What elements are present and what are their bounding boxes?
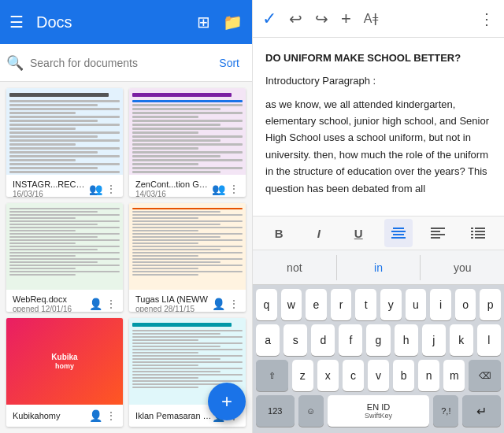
doc-card-instagram[interactable]: INSTAGR...RECORD 16/03/16 👥 ⋮ <box>6 88 123 197</box>
more-icon[interactable]: ⋮ <box>106 183 117 195</box>
add-icon[interactable]: + <box>341 9 351 29</box>
doc-date: 16/03/16 <box>13 190 89 197</box>
key-g[interactable]: g <box>366 324 390 356</box>
svg-rect-10 <box>471 231 473 232</box>
more-options-icon[interactable]: ⋮ <box>479 9 495 28</box>
return-key[interactable]: ↵ <box>462 395 501 427</box>
key-u[interactable]: u <box>406 289 427 320</box>
svg-rect-6 <box>431 234 445 235</box>
doc-info-zen: ZenCont...tion Guide 14/03/16 👥 ⋮ <box>129 175 246 197</box>
key-p[interactable]: p <box>480 289 501 320</box>
space-key[interactable]: EN ID SwiftKey <box>328 395 429 427</box>
key-z[interactable]: z <box>292 360 313 391</box>
svg-rect-1 <box>391 231 406 232</box>
emoji-key[interactable]: ☺ <box>298 395 324 427</box>
doc-card-webreq[interactable]: WebReq.docx opened 12/01/16 👤 ⋮ <box>6 203 123 312</box>
doc-info-webreq: WebReq.docx opened 12/01/16 👤 ⋮ <box>6 290 123 312</box>
shared-icon: 👥 <box>89 183 102 195</box>
format-toolbar: B I U <box>253 216 504 250</box>
sort-button[interactable]: Sort <box>213 54 246 72</box>
key-e[interactable]: e <box>306 289 327 320</box>
doc-card-tugas[interactable]: Tugas LIA (NEWW opened 28/11/15 👤 ⋮ <box>129 203 246 312</box>
redo-icon[interactable]: ↪ <box>315 9 328 28</box>
svg-rect-7 <box>431 237 440 239</box>
key-o[interactable]: o <box>455 289 476 320</box>
suggest-not[interactable]: not <box>253 255 337 280</box>
keyboard-row-2: a s d f g h j k l <box>253 320 504 356</box>
hamburger-icon[interactable]: ☰ <box>9 13 24 31</box>
doc-meta: 👤 ⋮ <box>212 298 239 310</box>
punctuation-key[interactable]: ?,! <box>433 395 458 427</box>
doc-card-kubika[interactable]: Kubika homy Kubikahomy 👤 ⋮ <box>6 318 123 427</box>
key-n[interactable]: n <box>418 360 439 391</box>
key-c[interactable]: c <box>343 360 364 391</box>
search-input[interactable] <box>30 57 206 69</box>
numbers-key[interactable]: 123 <box>256 395 295 427</box>
key-x[interactable]: x <box>317 360 339 391</box>
more-icon[interactable]: ⋮ <box>228 183 239 195</box>
doc-card-zen[interactable]: ZenCont...tion Guide 14/03/16 👥 ⋮ <box>129 88 246 197</box>
key-f[interactable]: f <box>339 324 362 356</box>
text-format-icon[interactable]: Aǂ <box>364 11 378 26</box>
doc-thumb-zen <box>129 88 246 175</box>
suggest-you[interactable]: you <box>421 255 504 280</box>
italic-button[interactable]: I <box>305 219 333 247</box>
key-j[interactable]: j <box>422 324 446 356</box>
align-center-button[interactable] <box>384 219 413 247</box>
doc-toolbar: ✓ ↩ ↪ + Aǂ ⋮ <box>253 0 504 38</box>
shared-icon: 👥 <box>212 183 225 195</box>
key-y[interactable]: y <box>380 289 402 320</box>
doc-date: opened 28/11/15 <box>135 305 212 312</box>
svg-rect-4 <box>431 228 445 229</box>
suggest-in[interactable]: in <box>337 255 421 280</box>
fab-button[interactable]: + <box>208 383 246 420</box>
svg-rect-0 <box>393 228 404 229</box>
right-panel: ✓ ↩ ↪ + Aǂ ⋮ DO UNIFORM MAKE SCHOOL BETT… <box>252 0 504 433</box>
doc-subtitle: Introductory Paragraph : <box>265 73 491 90</box>
key-t[interactable]: t <box>355 289 376 320</box>
list-button[interactable] <box>464 219 492 247</box>
key-w[interactable]: w <box>281 289 302 320</box>
key-r[interactable]: r <box>331 289 352 320</box>
more-icon[interactable]: ⋮ <box>228 298 239 310</box>
underline-button[interactable]: U <box>344 219 372 247</box>
left-panel: ☰ Docs ⊞ 📁 🔍 Sort <box>0 0 252 433</box>
doc-thumb-kubika: Kubika homy <box>6 318 123 405</box>
shift-key[interactable]: ⇧ <box>256 360 288 391</box>
app-title: Docs <box>36 13 184 31</box>
shared-icon: 👤 <box>89 409 102 422</box>
key-v[interactable]: v <box>368 360 389 391</box>
key-l[interactable]: l <box>477 324 501 356</box>
keyboard-suggestions: not in you <box>253 250 504 285</box>
doc-info-instagram: INSTAGR...RECORD 16/03/16 👥 ⋮ <box>6 175 123 197</box>
svg-rect-14 <box>471 237 473 239</box>
doc-title: DO UNIFORM MAKE SCHOOL BETTER? <box>265 50 491 67</box>
svg-rect-9 <box>475 228 485 229</box>
checkmark-icon[interactable]: ✓ <box>262 9 276 29</box>
more-icon[interactable]: ⋮ <box>106 298 117 310</box>
bold-button[interactable]: B <box>265 219 293 247</box>
key-b[interactable]: b <box>393 360 414 391</box>
key-s[interactable]: s <box>284 324 307 356</box>
key-m[interactable]: m <box>443 360 465 391</box>
undo-icon[interactable]: ↩ <box>289 9 302 28</box>
doc-thumb-tugas <box>129 203 246 290</box>
doc-content[interactable]: DO UNIFORM MAKE SCHOOL BETTER? Introduct… <box>253 38 504 216</box>
key-q[interactable]: q <box>256 289 277 320</box>
document-grid: INSTAGR...RECORD 16/03/16 👥 ⋮ <box>0 82 252 433</box>
doc-body[interactable]: as we know, we all attended kindergarten… <box>265 96 491 198</box>
key-k[interactable]: k <box>450 324 473 356</box>
key-a[interactable]: a <box>256 324 280 356</box>
align-left-button[interactable] <box>424 219 452 247</box>
svg-rect-13 <box>475 234 485 235</box>
more-icon[interactable]: ⋮ <box>106 409 117 422</box>
doc-info-tugas: Tugas LIA (NEWW opened 28/11/15 👤 ⋮ <box>129 290 246 312</box>
folder-icon[interactable]: 📁 <box>223 13 243 31</box>
key-d[interactable]: d <box>311 324 335 356</box>
grid-view-icon[interactable]: ⊞ <box>197 13 210 31</box>
key-i[interactable]: i <box>430 289 451 320</box>
key-h[interactable]: h <box>395 324 418 356</box>
doc-name: Iklan Pemasaran Buku <box>135 411 212 420</box>
delete-key[interactable]: ⌫ <box>469 360 501 391</box>
doc-name: ZenCont...tion Guide <box>135 179 212 189</box>
